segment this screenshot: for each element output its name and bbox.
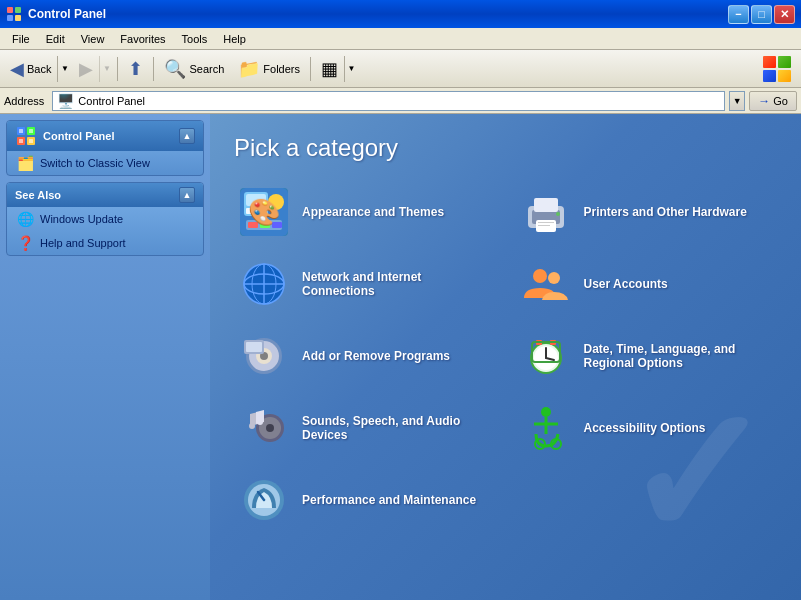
svg-rect-1 bbox=[15, 7, 21, 13]
accessibility-label[interactable]: Accessibility Options bbox=[584, 421, 706, 435]
users-icon bbox=[522, 260, 570, 308]
svg-rect-18 bbox=[246, 194, 266, 206]
see-also-header-left: See Also bbox=[15, 189, 61, 201]
help-support-label: Help and Support bbox=[40, 237, 126, 249]
menu-tools[interactable]: Tools bbox=[174, 31, 216, 47]
sidebar-cp-title: Control Panel bbox=[43, 130, 115, 142]
title-bar: Control Panel − □ ✕ bbox=[0, 0, 801, 28]
windows-update-icon: 🌐 bbox=[17, 211, 34, 227]
menu-bar: File Edit View Favorites Tools Help bbox=[0, 28, 801, 50]
printers-icon bbox=[522, 188, 570, 236]
svg-rect-30 bbox=[538, 225, 550, 226]
performance-icon bbox=[240, 476, 288, 524]
category-accessibility[interactable]: Accessibility Options bbox=[516, 398, 778, 458]
sidebar-control-panel-section: Control Panel ▲ 🗂️ Switch to Classic Vie… bbox=[6, 120, 204, 176]
appearance-icon bbox=[240, 188, 288, 236]
category-sounds[interactable]: Sounds, Speech, and Audio Devices bbox=[234, 398, 496, 458]
category-users[interactable]: User Accounts bbox=[516, 254, 778, 314]
windows-update-label: Windows Update bbox=[40, 213, 123, 225]
performance-label[interactable]: Performance and Maintenance bbox=[302, 493, 476, 507]
addremove-icon bbox=[240, 332, 288, 380]
toolbar: ◀ Back ▼ ▶ ▼ ⬆ 🔍 Search 📁 Folders ▦ bbox=[0, 50, 801, 88]
category-network[interactable]: Network and Internet Connections bbox=[234, 254, 496, 314]
sidebar-classic-view-item[interactable]: 🗂️ Switch to Classic View bbox=[7, 151, 203, 175]
go-label: Go bbox=[773, 95, 788, 107]
see-also-title: See Also bbox=[15, 189, 61, 201]
svg-rect-27 bbox=[534, 198, 558, 212]
svg-point-59 bbox=[541, 407, 551, 417]
menu-help[interactable]: Help bbox=[215, 31, 254, 47]
menu-file[interactable]: File bbox=[4, 31, 38, 47]
up-button[interactable]: ⬆ bbox=[122, 54, 149, 84]
users-label[interactable]: User Accounts bbox=[584, 277, 668, 291]
back-label: Back bbox=[27, 63, 51, 75]
views-button[interactable]: ▦ ▼ bbox=[315, 54, 358, 84]
forward-dropdown-icon: ▼ bbox=[103, 64, 111, 73]
categories-grid: Appearance and Themes bbox=[234, 182, 777, 530]
minimize-button[interactable]: − bbox=[728, 5, 749, 24]
sounds-label[interactable]: Sounds, Speech, and Audio Devices bbox=[302, 414, 492, 442]
sidebar-header-left: Control Panel bbox=[15, 125, 115, 147]
category-printers[interactable]: Printers and Other Hardware bbox=[516, 182, 778, 242]
menu-view[interactable]: View bbox=[73, 31, 113, 47]
address-input-area[interactable]: 🖥️ Control Panel bbox=[52, 91, 725, 111]
svg-point-31 bbox=[556, 212, 560, 216]
sidebar-windows-update-item[interactable]: 🌐 Windows Update bbox=[7, 207, 203, 231]
menu-edit[interactable]: Edit bbox=[38, 31, 73, 47]
search-icon: 🔍 bbox=[164, 58, 186, 80]
maximize-button[interactable]: □ bbox=[751, 5, 772, 24]
svg-rect-15 bbox=[29, 139, 33, 143]
addremove-label[interactable]: Add or Remove Programs bbox=[302, 349, 450, 363]
forward-arrow-icon: ▶ bbox=[79, 58, 93, 80]
network-icon bbox=[240, 260, 288, 308]
category-addremove[interactable]: Add or Remove Programs bbox=[234, 326, 496, 386]
address-dropdown-button[interactable]: ▼ bbox=[729, 91, 745, 111]
svg-point-57 bbox=[249, 423, 255, 429]
printers-icon-wrapper bbox=[520, 186, 572, 238]
windows-logo bbox=[757, 52, 797, 86]
title-bar-buttons: − □ ✕ bbox=[728, 5, 795, 24]
views-icon: ▦ bbox=[321, 58, 338, 80]
accessibility-icon-wrapper bbox=[520, 402, 572, 454]
sidebar-see-also-header: See Also ▲ bbox=[7, 183, 203, 207]
forward-button[interactable]: ▶ ▼ bbox=[73, 54, 113, 84]
network-label[interactable]: Network and Internet Connections bbox=[302, 270, 492, 298]
go-arrow-icon: → bbox=[758, 94, 770, 108]
svg-rect-24 bbox=[272, 222, 282, 228]
category-datetime[interactable]: Date, Time, Language, and Regional Optio… bbox=[516, 326, 778, 386]
users-icon-wrapper bbox=[520, 258, 572, 310]
search-button[interactable]: 🔍 Search bbox=[158, 54, 230, 84]
sidebar-see-also-collapse-button[interactable]: ▲ bbox=[179, 187, 195, 203]
svg-rect-17 bbox=[244, 192, 268, 216]
back-arrow-icon: ◀ bbox=[10, 58, 24, 80]
up-arrow-icon: ⬆ bbox=[128, 58, 143, 80]
category-appearance[interactable]: Appearance and Themes bbox=[234, 182, 496, 242]
svg-rect-6 bbox=[763, 70, 776, 82]
svg-point-38 bbox=[533, 269, 547, 283]
search-label: Search bbox=[189, 63, 224, 75]
svg-point-56 bbox=[266, 424, 274, 432]
svg-rect-2 bbox=[7, 15, 13, 21]
printers-label[interactable]: Printers and Other Hardware bbox=[584, 205, 747, 219]
title-bar-icon bbox=[6, 6, 22, 22]
views-dropdown-icon: ▼ bbox=[348, 64, 356, 73]
address-value: Control Panel bbox=[78, 95, 720, 107]
sidebar-help-support-item[interactable]: ❓ Help and Support bbox=[7, 231, 203, 255]
folders-button[interactable]: 📁 Folders bbox=[232, 54, 306, 84]
sidebar-control-panel-header: Control Panel ▲ bbox=[7, 121, 203, 151]
menu-favorites[interactable]: Favorites bbox=[112, 31, 173, 47]
datetime-label[interactable]: Date, Time, Language, and Regional Optio… bbox=[584, 342, 774, 370]
close-button[interactable]: ✕ bbox=[774, 5, 795, 24]
sidebar-cp-collapse-button[interactable]: ▲ bbox=[179, 128, 195, 144]
svg-rect-0 bbox=[7, 7, 13, 13]
svg-rect-13 bbox=[29, 129, 33, 133]
appearance-label[interactable]: Appearance and Themes bbox=[302, 205, 444, 219]
control-panel-icon bbox=[15, 125, 37, 147]
category-performance[interactable]: Performance and Maintenance bbox=[234, 470, 496, 530]
sidebar: Control Panel ▲ 🗂️ Switch to Classic Vie… bbox=[0, 114, 210, 600]
svg-rect-4 bbox=[763, 56, 776, 68]
classic-view-icon: 🗂️ bbox=[17, 155, 34, 171]
go-button[interactable]: → Go bbox=[749, 91, 797, 111]
back-button[interactable]: ◀ Back ▼ bbox=[4, 54, 71, 84]
toolbar-separator-3 bbox=[310, 57, 311, 81]
